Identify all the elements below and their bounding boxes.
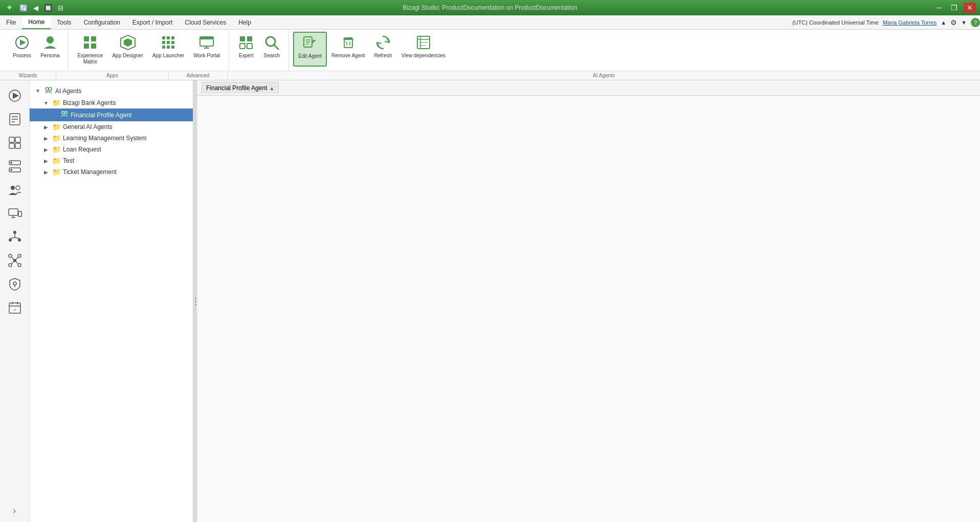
menu-help[interactable]: Help — [232, 15, 257, 29]
refresh-icon — [375, 34, 391, 51]
svg-rect-11 — [171, 36, 174, 39]
svg-rect-49 — [15, 137, 20, 142]
view-dep-label: View dependencies — [402, 53, 446, 59]
app-launcher-button[interactable]: App Launcher — [148, 32, 189, 67]
svg-rect-23 — [247, 36, 252, 41]
svg-line-76 — [16, 262, 18, 264]
group-label-wizards: Wizards — [0, 71, 56, 80]
menu-export-import[interactable]: Export / Import — [126, 15, 179, 29]
tree-label-loan: Loan Request — [63, 146, 101, 153]
edit-agent-button[interactable]: Edit Agent — [293, 32, 327, 67]
work-portal-icon — [198, 34, 215, 51]
content-tab-fpa[interactable]: Financial Profile Agent ▲ — [202, 82, 279, 94]
tree-item-test[interactable]: ▶ 📁 Test — [30, 155, 193, 166]
tab-close-fpa[interactable]: ▲ — [269, 85, 274, 91]
username-label[interactable]: Maria Gabriela Torres — [883, 19, 937, 26]
help-circle-icon[interactable]: ? — [971, 18, 980, 27]
sidebar-icon-organization[interactable] — [4, 226, 26, 248]
quick-save-icon[interactable]: 🔄 — [18, 3, 29, 13]
sidebar-icon-schedule[interactable]: ✓ — [4, 296, 26, 319]
panel-splitter[interactable] — [193, 80, 197, 522]
svg-rect-16 — [167, 46, 170, 49]
menu-file[interactable]: File — [0, 15, 22, 29]
settings-icon[interactable]: ⚙ — [950, 18, 957, 27]
svg-rect-25 — [247, 44, 252, 49]
sidebar-icon-forms[interactable] — [4, 108, 26, 130]
close-button[interactable]: ✕ — [964, 3, 976, 13]
tree-item-bizagi-bank-agents[interactable]: ▼ 📁 Bizagi Bank Agents — [30, 97, 193, 108]
svg-point-84 — [46, 88, 49, 91]
expand-icon-ticket: ▶ — [42, 169, 50, 175]
view-dep-icon — [415, 34, 432, 51]
persona-button[interactable]: Persona — [36, 32, 64, 67]
svg-line-73 — [12, 257, 14, 259]
expand-icon[interactable]: ▲ — [941, 19, 946, 26]
expert-button[interactable]: Expert — [233, 32, 259, 67]
remove-agent-button[interactable]: Remove Agent — [327, 32, 370, 67]
quick-back-icon[interactable]: ◀ — [31, 3, 41, 13]
svg-marker-1 — [20, 39, 26, 46]
more-icon[interactable]: ▼ — [961, 19, 967, 26]
svg-rect-3 — [84, 36, 89, 41]
menu-cloud-services[interactable]: Cloud Services — [179, 15, 232, 29]
timezone-label: (UTC) Coordinated Universal Time — [792, 19, 879, 26]
svg-rect-9 — [162, 36, 165, 39]
ribbon-group-apps: ExperienceMatrix App Designer — [69, 32, 229, 71]
restore-button[interactable]: ❐ — [948, 3, 961, 13]
svg-line-67 — [15, 237, 19, 238]
process-button[interactable]: Process — [8, 32, 36, 67]
ribbon-labels: Wizards Apps Advanced AI Agents — [0, 71, 980, 80]
quick-grid-icon[interactable]: 🔲 — [43, 3, 53, 13]
exp-matrix-button[interactable]: ExperienceMatrix — [73, 32, 107, 67]
sidebar-icon-security[interactable] — [4, 273, 26, 295]
content-header: Financial Profile Agent ▲ — [197, 80, 980, 96]
svg-rect-15 — [162, 46, 165, 49]
tree-item-ticket-management[interactable]: ▶ 📁 Ticket Management — [30, 166, 193, 178]
tree-item-loan-request[interactable]: ▶ 📁 Loan Request — [30, 144, 193, 155]
top-right-info: (UTC) Coordinated Universal Time Maria G… — [792, 15, 980, 29]
remove-agent-icon — [340, 34, 357, 51]
ribbon: Process Persona — [0, 30, 980, 80]
app-designer-label: App Designer — [112, 53, 143, 59]
tree-item-general-ai-agents[interactable]: ▶ 📁 General AI Agents — [30, 121, 193, 133]
menu-home[interactable]: Home — [22, 15, 51, 29]
refresh-button[interactable]: Refresh — [370, 32, 397, 67]
tree-root-ai-agents[interactable]: ▼ AI Agents — [30, 84, 193, 97]
search-label: Search — [264, 53, 280, 59]
tree-label-ticket: Ticket Management — [63, 168, 117, 176]
tree-item-lms[interactable]: ▶ 📁 Learning Management System — [30, 133, 193, 144]
svg-line-66 — [10, 237, 15, 238]
window-controls: ─ ❐ ✕ — [933, 3, 976, 13]
tree-label-fpa: Financial Profile Agent — [71, 112, 131, 119]
sidebar-icon-people[interactable] — [4, 179, 26, 201]
quick-layout-icon[interactable]: ⊟ — [55, 3, 65, 13]
sidebar-icon-rules[interactable] — [4, 155, 26, 178]
view-dependencies-button[interactable]: View dependencies — [397, 32, 451, 67]
expert-icon — [238, 34, 254, 51]
work-portal-button[interactable]: Work Portal — [189, 32, 225, 67]
sidebar-icon-process[interactable] — [4, 84, 26, 107]
app-designer-button[interactable]: App Designer — [107, 32, 148, 67]
svg-point-70 — [18, 254, 21, 257]
app-launcher-icon — [160, 34, 176, 51]
svg-rect-32 — [344, 37, 352, 38]
menu-configuration[interactable]: Configuration — [77, 15, 126, 29]
title-left: ✦ 🔄 ◀ 🔲 ⊟ — [4, 3, 65, 13]
tree-item-financial-profile-agent[interactable]: Financial Profile Agent — [30, 108, 193, 121]
sidebar-icon-data[interactable] — [4, 132, 26, 154]
expand-icon-loan: ▶ — [42, 147, 50, 153]
svg-rect-34 — [344, 39, 352, 48]
sidebar-expand-button[interactable]: › — [4, 503, 26, 518]
search-button[interactable]: Search — [259, 32, 284, 67]
svg-rect-4 — [91, 36, 96, 41]
menu-tools[interactable]: Tools — [51, 15, 77, 29]
svg-rect-12 — [162, 41, 165, 44]
sidebar-icon-devices[interactable] — [4, 202, 26, 225]
svg-point-85 — [49, 88, 52, 91]
tree-panel: ▼ AI Agents ▼ 📁 Bizagi Bank Agents Finan… — [30, 80, 193, 522]
sidebar-icon-network[interactable] — [4, 249, 26, 272]
search-icon — [263, 34, 280, 51]
persona-icon — [42, 34, 58, 51]
minimize-button[interactable]: ─ — [933, 3, 945, 13]
remove-agent-label: Remove Agent — [331, 53, 365, 59]
